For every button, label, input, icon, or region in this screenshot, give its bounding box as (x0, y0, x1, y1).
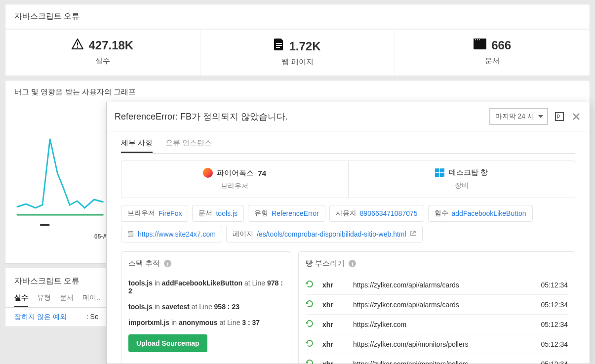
os-meta: 데스크탑 창 장비 (349, 161, 575, 198)
meta-chip[interactable]: 브라우저FireFox (121, 205, 188, 222)
refresh-icon (306, 280, 314, 289)
upload-sourcemap-button[interactable]: Upload Sourcemap (128, 334, 207, 352)
stat-errors[interactable]: 427.18K 실수 (5, 30, 200, 76)
breadcrumb-row[interactable]: xhrhttps://zylker.com/api/monitors/polle… (306, 354, 568, 364)
stat-value: 666 (491, 39, 511, 52)
close-button[interactable] (571, 111, 582, 122)
page-title: 자바스크립트 오류 (5, 4, 590, 29)
error-text: : Sc (86, 313, 98, 322)
stat-pages[interactable]: 1.72K 웹 페이지 (200, 30, 396, 76)
stat-label: 실수 (5, 56, 200, 66)
windows-icon (435, 168, 445, 177)
svg-point-6 (479, 40, 480, 40)
breadcrumb-row[interactable]: xhrhttps://zylker.com/api/alarms/cards05… (306, 295, 568, 315)
svg-point-5 (477, 40, 478, 40)
graph-title: 버그 및 영향을 받는 사용자의 그래프 (14, 87, 581, 102)
stack-trace-section: 스택 추적 i tools.js in addFacebookLikeButto… (121, 251, 291, 364)
meta-chip[interactable]: 들https://www.site24x7.com (121, 226, 222, 243)
export-pdf-button[interactable] (554, 111, 565, 122)
stat-label: 문서 (395, 56, 590, 66)
refresh-icon (306, 359, 314, 364)
tab-errors[interactable]: 실수 (14, 291, 28, 307)
refresh-icon (306, 320, 314, 329)
tab-details[interactable]: 세부 사항 (121, 138, 153, 153)
breadcrumb-row[interactable]: xhrhttps://zylker.com05:12:34 (306, 315, 568, 334)
firefox-icon (203, 168, 213, 178)
file-icon (274, 39, 284, 53)
meta-chip[interactable]: 함수addFacebookLikeButton (428, 205, 533, 222)
refresh-icon (306, 300, 314, 309)
breadcrumb-row[interactable]: xhrhttps://zylker.com/api/alarms/cards05… (306, 275, 568, 295)
info-icon[interactable]: i (349, 260, 356, 267)
error-detail-panel: ReferenceError: FB가 정의되지 않았습니다. 마지막 24 시… (106, 102, 590, 364)
line-chart (14, 133, 108, 232)
tab-instances[interactable]: 오류 인스턴스 (165, 138, 212, 153)
browser-meta: 파이어폭스 74 브라우저 (121, 161, 349, 198)
info-icon[interactable]: i (164, 260, 171, 267)
stat-docs[interactable]: 666 문서 (395, 30, 590, 76)
tab-doc[interactable]: 문서 (60, 291, 74, 307)
breadcrumbs-section: 빵 부스러기 i xhrhttps://zylker.com/api/alarm… (298, 251, 575, 364)
meta-chip[interactable]: 페이지/es/tools/comprobar-disponibilidad-si… (226, 226, 423, 243)
meta-chip[interactable]: 사용자890663471087075 (329, 205, 424, 222)
stack-line: tools.js in savetest at Line 958 : 23 (128, 299, 284, 315)
stack-line: tools.js in addFacebookLikeButton at Lin… (128, 275, 284, 299)
warning-icon (72, 39, 83, 52)
breadcrumb-row[interactable]: xhrhttps://zylker.com/api/monitors/polle… (306, 334, 568, 354)
chevron-down-icon (538, 115, 543, 118)
stat-value: 427.18K (88, 39, 133, 52)
stat-label: 웹 페이지 (200, 57, 395, 67)
window-icon (474, 39, 486, 52)
error-link[interactable]: 잡히지 않은 예외 (14, 313, 67, 322)
graph-xlabel: 05-A (14, 233, 108, 240)
stack-line: importxml.js in anonymous at Line 3 : 37 (128, 315, 284, 330)
stat-value: 1.72K (289, 40, 320, 53)
svg-point-4 (475, 40, 476, 40)
svg-rect-7 (40, 224, 49, 226)
external-link-icon (410, 230, 416, 238)
tab-page[interactable]: 페이.. (82, 291, 100, 307)
error-title: ReferenceError: FB가 정의되지 않았습니다. (115, 111, 483, 122)
crumbs-title: 빵 부스러기 (306, 259, 345, 268)
refresh-icon (306, 339, 314, 349)
meta-chip[interactable]: 유형ReferenceError (248, 205, 325, 222)
stack-title: 스택 추적 (128, 259, 160, 268)
tab-type[interactable]: 유형 (37, 291, 51, 307)
svg-point-1 (77, 46, 79, 48)
time-range-select[interactable]: 마지막 24 시 (489, 108, 548, 125)
meta-chip[interactable]: 문서tools.js (192, 205, 244, 222)
